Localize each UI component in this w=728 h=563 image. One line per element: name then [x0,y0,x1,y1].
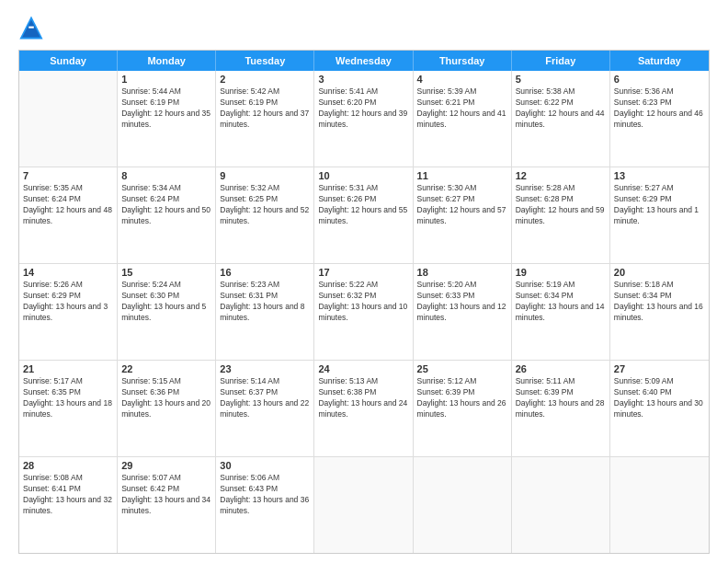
day-number: 25 [417,363,507,374]
day-number: 17 [318,267,408,278]
day-number: 21 [23,363,113,374]
calendar-cell [414,457,512,553]
day-number: 30 [220,460,310,471]
calendar-row: 7Sunrise: 5:35 AMSunset: 6:24 PMDaylight… [19,167,709,264]
cell-info: Sunrise: 5:34 AMSunset: 6:24 PMDaylight:… [121,183,211,227]
cell-info: Sunrise: 5:23 AMSunset: 6:31 PMDaylight:… [220,280,310,324]
svg-rect-2 [28,27,34,29]
day-number: 27 [614,363,705,374]
cell-info: Sunrise: 5:41 AMSunset: 6:20 PMDaylight:… [318,86,408,131]
day-number: 1 [121,74,211,85]
calendar-cell: 14Sunrise: 5:26 AMSunset: 6:29 PMDayligh… [19,264,118,360]
weekday-header: Monday [118,51,216,71]
logo [18,15,48,40]
calendar-cell: 5Sunrise: 5:38 AMSunset: 6:22 PMDaylight… [512,71,610,167]
cell-info: Sunrise: 5:26 AMSunset: 6:29 PMDaylight:… [23,280,113,324]
day-number: 22 [121,363,211,374]
cell-info: Sunrise: 5:20 AMSunset: 6:33 PMDaylight:… [417,280,507,324]
calendar-cell: 9Sunrise: 5:32 AMSunset: 6:25 PMDaylight… [216,167,314,263]
calendar-cell: 4Sunrise: 5:39 AMSunset: 6:21 PMDaylight… [414,71,512,167]
day-number: 18 [417,267,507,278]
day-number: 5 [516,74,606,85]
day-number: 24 [318,363,408,374]
day-number: 12 [516,170,606,181]
day-number: 9 [220,170,310,181]
cell-info: Sunrise: 5:08 AMSunset: 6:41 PMDaylight:… [23,473,113,517]
header [18,15,710,40]
day-number: 26 [516,363,606,374]
weekday-header: Saturday [610,51,709,71]
calendar-cell: 26Sunrise: 5:11 AMSunset: 6:39 PMDayligh… [512,361,610,456]
day-number: 6 [614,74,705,85]
calendar-row: 28Sunrise: 5:08 AMSunset: 6:41 PMDayligh… [19,457,709,553]
cell-info: Sunrise: 5:13 AMSunset: 6:38 PMDaylight:… [318,376,408,420]
calendar-cell: 10Sunrise: 5:31 AMSunset: 6:26 PMDayligh… [314,167,413,263]
cell-info: Sunrise: 5:28 AMSunset: 6:28 PMDaylight:… [516,183,606,227]
day-number: 28 [23,460,113,471]
cell-info: Sunrise: 5:38 AMSunset: 6:22 PMDaylight:… [516,86,606,131]
calendar-cell: 24Sunrise: 5:13 AMSunset: 6:38 PMDayligh… [314,361,413,456]
calendar-cell: 7Sunrise: 5:35 AMSunset: 6:24 PMDaylight… [19,167,118,263]
calendar-cell: 21Sunrise: 5:17 AMSunset: 6:35 PMDayligh… [19,361,118,456]
day-number: 4 [417,74,507,85]
calendar-cell: 13Sunrise: 5:27 AMSunset: 6:29 PMDayligh… [610,167,709,263]
calendar-cell: 25Sunrise: 5:12 AMSunset: 6:39 PMDayligh… [414,361,512,456]
day-number: 29 [121,460,211,471]
calendar-cell: 28Sunrise: 5:08 AMSunset: 6:41 PMDayligh… [19,457,118,553]
calendar-cell: 23Sunrise: 5:14 AMSunset: 6:37 PMDayligh… [216,361,314,456]
cell-info: Sunrise: 5:35 AMSunset: 6:24 PMDaylight:… [23,183,113,227]
calendar-cell [19,71,118,167]
cell-info: Sunrise: 5:17 AMSunset: 6:35 PMDaylight:… [23,376,113,420]
day-number: 23 [220,363,310,374]
cell-info: Sunrise: 5:27 AMSunset: 6:29 PMDaylight:… [614,183,705,227]
cell-info: Sunrise: 5:30 AMSunset: 6:27 PMDaylight:… [417,183,507,227]
logo-icon [18,15,44,40]
calendar-cell: 8Sunrise: 5:34 AMSunset: 6:24 PMDaylight… [118,167,216,263]
cell-info: Sunrise: 5:22 AMSunset: 6:32 PMDaylight:… [318,280,408,324]
calendar-cell: 11Sunrise: 5:30 AMSunset: 6:27 PMDayligh… [414,167,512,263]
calendar-cell: 20Sunrise: 5:18 AMSunset: 6:34 PMDayligh… [610,264,709,360]
weekday-header: Thursday [414,51,512,71]
calendar-cell: 22Sunrise: 5:15 AMSunset: 6:36 PMDayligh… [118,361,216,456]
day-number: 20 [614,267,705,278]
calendar-row: 21Sunrise: 5:17 AMSunset: 6:35 PMDayligh… [19,361,709,457]
calendar-cell: 3Sunrise: 5:41 AMSunset: 6:20 PMDaylight… [314,71,413,167]
day-number: 16 [220,267,310,278]
cell-info: Sunrise: 5:12 AMSunset: 6:39 PMDaylight:… [417,376,507,420]
calendar-cell: 12Sunrise: 5:28 AMSunset: 6:28 PMDayligh… [512,167,610,263]
day-number: 11 [417,170,507,181]
calendar-cell: 6Sunrise: 5:36 AMSunset: 6:23 PMDaylight… [610,71,709,167]
calendar-row: 14Sunrise: 5:26 AMSunset: 6:29 PMDayligh… [19,264,709,361]
calendar-cell: 19Sunrise: 5:19 AMSunset: 6:34 PMDayligh… [512,264,610,360]
cell-info: Sunrise: 5:31 AMSunset: 6:26 PMDaylight:… [318,183,408,227]
calendar-cell: 27Sunrise: 5:09 AMSunset: 6:40 PMDayligh… [610,361,709,456]
weekday-header: Friday [512,51,610,71]
day-number: 15 [121,267,211,278]
calendar-cell: 1Sunrise: 5:44 AMSunset: 6:19 PMDaylight… [118,71,216,167]
calendar-row: 1Sunrise: 5:44 AMSunset: 6:19 PMDaylight… [19,71,709,167]
day-number: 3 [318,74,408,85]
page: SundayMondayTuesdayWednesdayThursdayFrid… [0,0,728,563]
calendar-cell: 18Sunrise: 5:20 AMSunset: 6:33 PMDayligh… [414,264,512,360]
calendar-cell [314,457,413,553]
calendar-header: SundayMondayTuesdayWednesdayThursdayFrid… [19,51,709,71]
calendar-cell: 2Sunrise: 5:42 AMSunset: 6:19 PMDaylight… [216,71,314,167]
cell-info: Sunrise: 5:15 AMSunset: 6:36 PMDaylight:… [121,376,211,420]
cell-info: Sunrise: 5:24 AMSunset: 6:30 PMDaylight:… [121,280,211,324]
calendar-cell: 30Sunrise: 5:06 AMSunset: 6:43 PMDayligh… [216,457,314,553]
cell-info: Sunrise: 5:14 AMSunset: 6:37 PMDaylight:… [220,376,310,420]
day-number: 14 [23,267,113,278]
calendar-cell: 16Sunrise: 5:23 AMSunset: 6:31 PMDayligh… [216,264,314,360]
calendar-cell [512,457,610,553]
day-number: 8 [121,170,211,181]
cell-info: Sunrise: 5:09 AMSunset: 6:40 PMDaylight:… [614,376,705,420]
cell-info: Sunrise: 5:11 AMSunset: 6:39 PMDaylight:… [516,376,606,420]
calendar-cell: 29Sunrise: 5:07 AMSunset: 6:42 PMDayligh… [118,457,216,553]
calendar: SundayMondayTuesdayWednesdayThursdayFrid… [18,50,710,554]
cell-info: Sunrise: 5:19 AMSunset: 6:34 PMDaylight:… [516,280,606,324]
day-number: 19 [516,267,606,278]
day-number: 13 [614,170,705,181]
cell-info: Sunrise: 5:42 AMSunset: 6:19 PMDaylight:… [220,86,310,131]
cell-info: Sunrise: 5:06 AMSunset: 6:43 PMDaylight:… [220,473,310,517]
cell-info: Sunrise: 5:39 AMSunset: 6:21 PMDaylight:… [417,86,507,131]
